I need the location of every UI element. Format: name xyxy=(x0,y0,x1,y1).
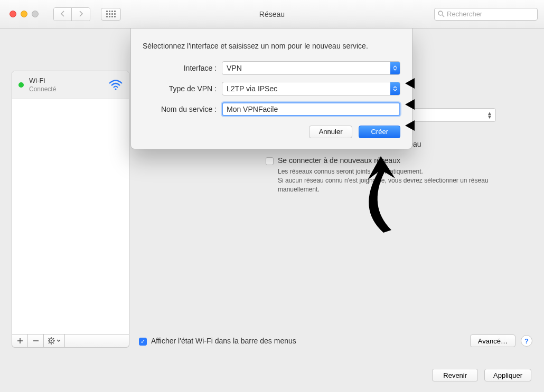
service-options-button[interactable] xyxy=(44,334,65,347)
sidebar-item-status: Connecté xyxy=(29,85,104,94)
revert-button[interactable]: Revenir xyxy=(432,369,478,381)
sidebar-item-name: Wi-Fi xyxy=(29,77,104,85)
svg-line-1 xyxy=(442,15,444,17)
annotation-arrow-icon xyxy=(405,120,415,131)
cancel-button[interactable]: Annuler xyxy=(309,126,353,138)
svg-point-2 xyxy=(115,89,116,90)
help-button[interactable]: ? xyxy=(521,335,532,347)
add-service-button[interactable] xyxy=(12,334,28,347)
sidebar: Wi-Fi Connecté xyxy=(12,71,129,348)
sidebar-toolbar xyxy=(12,334,129,348)
search-icon xyxy=(438,11,445,17)
chevron-up-down-icon: ▲▼ xyxy=(487,111,492,119)
nav-buttons xyxy=(53,7,90,21)
grid-icon xyxy=(106,11,116,17)
chevron-down-icon xyxy=(57,339,61,342)
traffic-lights xyxy=(10,11,39,17)
new-networks-checkbox[interactable] xyxy=(266,157,274,165)
gear-icon xyxy=(48,337,55,345)
minus-icon xyxy=(33,338,39,344)
apply-button[interactable]: Appliquer xyxy=(484,369,531,381)
search-placeholder: Rechercher xyxy=(447,10,482,18)
status-indicator-icon xyxy=(18,82,24,88)
close-window-button[interactable] xyxy=(10,11,16,17)
new-networks-label: Se connecter à de nouveaux réseaux xyxy=(278,156,400,165)
show-wifi-status-label: Afficher l'état Wi-Fi dans la barre des … xyxy=(151,337,296,345)
sidebar-item-wifi[interactable]: Wi-Fi Connecté xyxy=(12,71,129,99)
show-wifi-status-checkbox-row: ✓ Afficher l'état Wi-Fi dans la barre de… xyxy=(139,337,296,346)
new-networks-help-text: Les réseaux connus seront joints automat… xyxy=(278,167,530,194)
select-stepper-icon xyxy=(390,82,400,95)
svg-point-0 xyxy=(438,11,443,15)
window-title: Réseau xyxy=(259,10,285,18)
search-input[interactable]: Rechercher xyxy=(434,8,538,21)
chevron-left-icon xyxy=(60,11,65,17)
annotation-arrow-icon xyxy=(405,78,415,89)
wifi-icon xyxy=(109,80,123,90)
vpn-type-label: Type de VPN : xyxy=(143,84,222,93)
minimize-window-button[interactable] xyxy=(21,11,27,17)
advanced-button[interactable]: Avancé… xyxy=(470,334,515,347)
service-name-value: Mon VPNFacile xyxy=(227,105,278,113)
vpn-type-value: L2TP via IPSec xyxy=(227,84,277,93)
window-footer: Revenir Appliquer xyxy=(432,369,531,381)
select-stepper-icon xyxy=(390,62,400,74)
interface-value: VPN xyxy=(227,64,242,72)
back-button[interactable] xyxy=(54,8,72,21)
vpn-type-select[interactable]: L2TP via IPSec xyxy=(222,82,400,95)
titlebar: Réseau Rechercher xyxy=(0,0,544,28)
show-all-button[interactable] xyxy=(101,8,121,21)
sheet-prompt: Sélectionnez l'interface et saisissez un… xyxy=(143,41,400,52)
service-name-input[interactable]: Mon VPNFacile xyxy=(222,102,400,116)
svg-point-7 xyxy=(50,340,52,342)
chevron-right-icon xyxy=(79,11,83,17)
interface-label: Interface : xyxy=(143,64,222,72)
show-wifi-status-checkbox[interactable]: ✓ xyxy=(139,338,147,346)
zoom-window-button xyxy=(32,11,39,17)
create-button[interactable]: Créer xyxy=(359,126,400,138)
annotation-arrow-icon xyxy=(405,99,415,110)
sidebar-list: Wi-Fi Connecté xyxy=(12,71,129,334)
new-service-sheet: Sélectionnez l'interface et saisissez un… xyxy=(130,28,412,149)
service-name-label: Nom du service : xyxy=(143,105,222,113)
plus-icon xyxy=(17,338,23,344)
forward-button[interactable] xyxy=(72,8,90,21)
interface-select[interactable]: VPN xyxy=(222,61,400,75)
remove-service-button[interactable] xyxy=(28,334,44,347)
wifi-options-section: ✓ Se connecter automatiquement à ce rése… xyxy=(266,140,530,202)
